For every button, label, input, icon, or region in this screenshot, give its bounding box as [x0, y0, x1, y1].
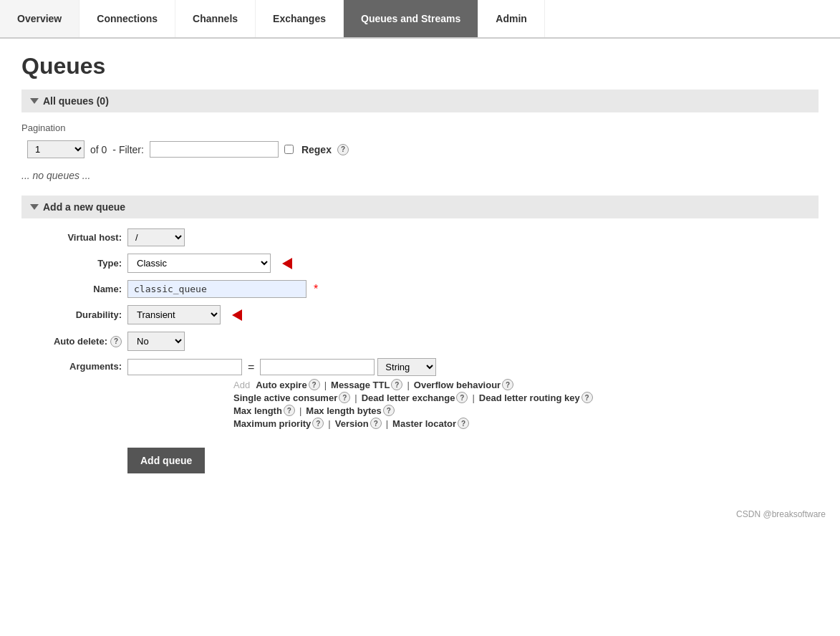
filter-label: - Filter:: [112, 144, 144, 155]
nav-queues-and-streams[interactable]: Queues and Streams: [344, 0, 478, 37]
arg-link-single-active-consumer[interactable]: Single active consumer: [233, 392, 337, 403]
footer: CSDN @breaksoftware: [0, 502, 840, 526]
name-row: Name: *: [21, 280, 819, 298]
pipe-4: |: [469, 392, 477, 403]
quick-links-row-4: Maximum priority ? | Version ? | Master …: [233, 418, 593, 429]
durability-arrow-annotation: [232, 309, 242, 321]
page-select[interactable]: 1: [27, 140, 85, 158]
add-queue-button[interactable]: Add queue: [127, 448, 205, 473]
pagination-label: Pagination: [21, 122, 819, 133]
durability-select[interactable]: Transient Durable: [127, 305, 221, 324]
nav-connections[interactable]: Connections: [79, 0, 175, 37]
arg-link-overflow-behaviour[interactable]: Overflow behaviour: [414, 380, 501, 390]
arguments-label: Arguments:: [21, 358, 122, 372]
pagination-section: Pagination 1 of 0 - Filter: Regex ?: [21, 122, 819, 158]
arguments-type-select[interactable]: String Number Boolean: [377, 358, 436, 376]
virtual-host-row: Virtual host: /: [21, 228, 819, 246]
auto-delete-row: Auto delete: ? No Yes: [21, 332, 819, 351]
virtual-host-select[interactable]: /: [127, 228, 185, 246]
all-queues-label: All queues (0): [43, 95, 109, 107]
pipe-5: |: [296, 405, 304, 416]
name-input[interactable]: [127, 280, 306, 298]
top-nav: Overview Connections Channels Exchanges …: [0, 0, 840, 39]
arguments-key-input[interactable]: [127, 359, 242, 375]
arguments-inputs: = String Number Boolean: [127, 358, 593, 376]
arg-link-maximum-priority[interactable]: Maximum priority: [233, 418, 311, 429]
message-ttl-help-icon[interactable]: ?: [391, 379, 402, 390]
type-label: Type:: [21, 258, 122, 269]
dead-letter-routing-key-help-icon[interactable]: ?: [581, 392, 593, 403]
add-queue-form: Virtual host: / Type: Classic Quorum Str…: [21, 228, 819, 473]
auto-delete-select[interactable]: No Yes: [127, 332, 185, 351]
pipe-7: |: [383, 418, 391, 429]
arg-link-dead-letter-exchange[interactable]: Dead letter exchange: [362, 392, 455, 403]
add-queue-header-label: Add a new queue: [43, 201, 125, 213]
quick-links-row-2: Single active consumer ? | Dead letter e…: [233, 392, 593, 403]
single-active-consumer-help-icon[interactable]: ?: [339, 392, 350, 403]
regex-checkbox[interactable]: [284, 145, 294, 154]
page-title: Queues: [21, 53, 819, 80]
auto-delete-label: Auto delete:: [54, 336, 107, 347]
of-text: of 0: [90, 144, 107, 155]
equals-sign: =: [245, 361, 257, 374]
add-text: Add: [233, 380, 250, 390]
no-queues-text: ... no queues ...: [21, 170, 819, 181]
all-queues-section-header[interactable]: All queues (0): [21, 90, 819, 112]
quick-links-row-1: Add Auto expire ? | Message TTL ? | Over…: [233, 379, 593, 390]
arguments-row: Arguments: = String Number Boolean Add: [21, 358, 819, 430]
maximum-priority-help-icon[interactable]: ?: [312, 418, 324, 429]
pipe-2: |: [404, 380, 412, 390]
all-queues-arrow-icon: [30, 98, 39, 104]
regex-help-icon[interactable]: ?: [337, 144, 349, 155]
auto-expire-help-icon[interactable]: ?: [309, 379, 320, 390]
max-length-help-icon[interactable]: ?: [284, 405, 295, 416]
arg-link-max-length-bytes[interactable]: Max length bytes: [306, 405, 381, 416]
max-length-bytes-help-icon[interactable]: ?: [383, 405, 395, 416]
main-content: Queues All queues (0) Pagination 1 of 0 …: [0, 39, 840, 488]
type-select[interactable]: Classic Quorum Stream: [127, 254, 271, 273]
auto-delete-label-container: Auto delete: ?: [21, 336, 122, 347]
arg-links-container: Add Auto expire ? | Message TTL ? | Over…: [233, 379, 593, 430]
pipe-3: |: [352, 392, 359, 403]
add-queue-section-header[interactable]: Add a new queue: [21, 196, 819, 218]
pipe-6: |: [325, 418, 333, 429]
durability-label: Durability:: [21, 309, 122, 320]
required-indicator: *: [314, 283, 318, 296]
regex-label: Regex: [301, 144, 332, 155]
name-label: Name:: [21, 284, 122, 294]
quick-links-row-3: Max length ? | Max length bytes ?: [233, 405, 593, 416]
arg-link-auto-expire[interactable]: Auto expire: [256, 380, 307, 390]
arg-link-max-length[interactable]: Max length: [233, 405, 282, 416]
durability-row: Durability: Transient Durable: [21, 305, 819, 324]
type-row: Type: Classic Quorum Stream: [21, 254, 819, 273]
overflow-behaviour-help-icon[interactable]: ?: [502, 379, 513, 390]
nav-channels[interactable]: Channels: [175, 0, 256, 37]
master-locator-help-icon[interactable]: ?: [458, 418, 469, 429]
add-queue-arrow-icon: [30, 204, 39, 210]
arg-link-master-locator[interactable]: Master locator: [392, 418, 456, 429]
auto-delete-help-icon[interactable]: ?: [110, 336, 122, 347]
arg-link-message-ttl[interactable]: Message TTL: [331, 380, 390, 390]
filter-input[interactable]: [150, 141, 279, 158]
virtual-host-label: Virtual host:: [21, 232, 122, 243]
arguments-all: = String Number Boolean Add Auto expire …: [127, 358, 593, 430]
type-arrow-annotation: [282, 258, 292, 269]
pipe-1: |: [322, 380, 329, 390]
dead-letter-exchange-help-icon[interactable]: ?: [456, 392, 468, 403]
nav-admin[interactable]: Admin: [478, 0, 545, 37]
version-help-icon[interactable]: ?: [370, 418, 382, 429]
nav-exchanges[interactable]: Exchanges: [256, 0, 344, 37]
arguments-value-input[interactable]: [260, 359, 375, 375]
arg-link-version[interactable]: Version: [335, 418, 369, 429]
footer-text: CSDN @breaksoftware: [736, 509, 826, 519]
nav-overview[interactable]: Overview: [0, 0, 79, 37]
arg-link-dead-letter-routing-key[interactable]: Dead letter routing key: [479, 392, 580, 403]
